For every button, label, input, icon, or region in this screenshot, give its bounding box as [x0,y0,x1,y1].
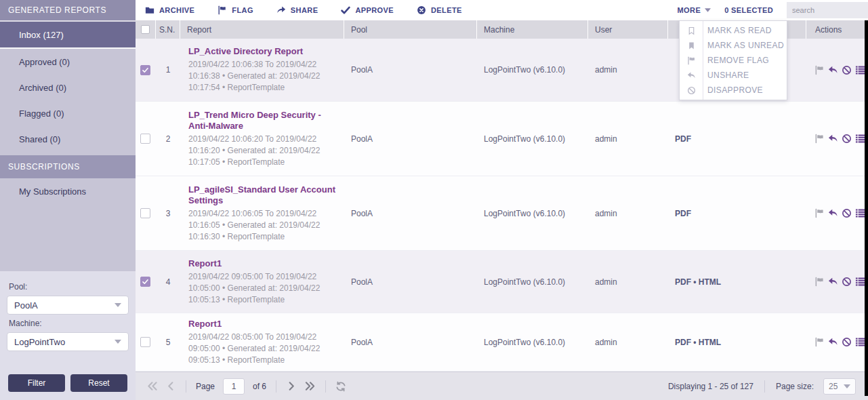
unshare-icon[interactable] [828,208,838,218]
subscriptions-header: SUBSCRIPTIONS [0,155,136,178]
reset-button[interactable]: Reset [70,374,127,392]
flag-icon [218,5,227,15]
machine-filter-label: Machine: [9,319,129,328]
unshare-icon[interactable] [828,65,838,75]
disapprove-icon[interactable] [842,65,852,75]
first-page-icon[interactable] [146,381,158,391]
generated-reports-header: GENERATED REPORTS [0,0,136,20]
machine-select[interactable]: LogPointTwo [7,332,129,351]
pool-select[interactable]: PoolA [7,296,129,315]
pagination-bar: Page of 6 Displaying 1 - 25 of 127 Page … [136,372,868,400]
table-row[interactable]: 4 Report1 2019/04/22 09:05:00 To 2019/04… [136,251,865,313]
cell-sn: 5 [156,313,180,371]
column-header-sn: S.N. [156,20,180,39]
sidebar: GENERATED REPORTS Inbox (127) Approved (… [0,0,136,400]
menu-item-disapprove[interactable]: DISAPPROVE [680,83,787,98]
report-title-link[interactable]: Report1 [188,258,222,269]
sidebar-item-my-subscriptions[interactable]: My Subscriptions [0,178,136,204]
list-icon[interactable] [855,65,865,75]
column-header-report: Report [180,20,344,39]
list-icon[interactable] [855,134,865,144]
displaying-text: Displaying 1 - 25 of 127 [668,382,753,391]
filter-button[interactable]: Filter [8,374,65,392]
row-checkbox[interactable] [140,208,150,218]
flag-icon[interactable] [814,337,825,347]
refresh-icon[interactable] [335,381,346,392]
search-input[interactable] [787,2,868,18]
row-checkbox[interactable] [140,277,150,287]
cell-formats: PDF • HTML [668,313,806,371]
page-size-select[interactable]: 25 [823,378,856,395]
folder-icon [145,5,154,15]
report-title-link[interactable]: LP_Trend Micro Deep Security - Anti-Malw… [188,110,339,132]
share-button[interactable]: SHARE [276,5,318,15]
report-title-link[interactable]: LP_agileSI_Standard User Account Setting… [188,184,339,206]
cell-actions [806,251,865,313]
list-icon[interactable] [855,337,865,347]
flag-icon[interactable] [814,208,825,218]
approve-button[interactable]: APPROVE [341,5,394,15]
last-page-icon[interactable] [304,381,316,391]
disapprove-icon[interactable] [842,208,852,218]
share-arrow-icon [276,5,286,15]
cell-machine: LogPointTwo (v6.10.0) [477,39,588,101]
flag-icon[interactable] [814,65,825,75]
cell-report: Report1 2019/04/22 09:05:00 To 2019/04/2… [180,251,344,313]
report-title-link[interactable]: LP_Active Directory Report [188,46,303,57]
report-title-link[interactable]: Report1 [188,319,222,329]
cell-pool: PoolA [344,313,477,371]
menu-item-mark-as-read[interactable]: MARK AS READ [680,23,787,38]
report-details: 2019/04/22 10:06:38 To 2019/04/22 10:16:… [188,59,332,94]
table-row[interactable]: 5 Report1 2019/04/22 08:05:00 To 2019/04… [136,313,865,372]
prev-page-icon[interactable] [166,381,176,391]
cell-report: LP_Active Directory Report 2019/04/22 10… [180,39,344,101]
filter-panel: Pool: PoolA Machine: LogPointTwo Filter … [0,271,136,400]
unshare-icon[interactable] [828,134,838,144]
cell-actions [806,176,865,250]
cell-actions [806,102,865,176]
table-row[interactable]: 3 LP_agileSI_Standard User Account Setti… [136,176,865,251]
flag-icon [686,56,697,65]
disapprove-icon[interactable] [842,337,852,347]
cell-report: Report1 2019/04/22 08:05:00 To 2019/04/2… [180,313,344,371]
archive-button[interactable]: ARCHIVE [145,5,194,15]
page-size-label: Page size: [776,382,814,391]
menu-item-unshare[interactable]: UNSHARE [680,68,787,83]
cell-sn: 1 [156,39,180,101]
flag-icon[interactable] [814,277,825,287]
page-number-input[interactable] [223,378,245,395]
menu-item-remove-flag[interactable]: REMOVE FLAG [680,53,787,68]
column-header-user: User [588,20,668,39]
disapprove-icon[interactable] [842,277,852,287]
row-checkbox[interactable] [140,134,150,144]
select-all-checkbox[interactable] [141,25,150,34]
cell-machine: LogPointTwo (v6.10.0) [477,102,588,176]
main-content: ARCHIVE FLAG SHARE APPROVE DELETE MORE [136,0,868,400]
disapprove-icon[interactable] [842,134,852,144]
list-icon[interactable] [855,277,865,287]
reply-arrow-icon [686,71,697,80]
unshare-icon[interactable] [828,277,838,287]
row-checkbox[interactable] [140,65,150,75]
sidebar-item-archived[interactable]: Archived (0) [0,75,136,100]
next-page-icon[interactable] [286,381,296,391]
page-label: Page [196,382,215,391]
more-button[interactable]: MORE [678,6,711,14]
cell-sn: 4 [156,251,180,313]
cell-pool: PoolA [344,176,477,250]
flag-button[interactable]: FLAG [218,5,253,15]
menu-item-mark-as-unread[interactable]: MARK AS UNREAD [680,38,787,53]
chevron-down-icon [705,8,711,12]
delete-button[interactable]: DELETE [417,5,462,15]
sidebar-item-shared[interactable]: Shared (0) [0,126,136,152]
unshare-icon[interactable] [828,337,838,347]
table-row[interactable]: 2 LP_Trend Micro Deep Security - Anti-Ma… [136,102,865,176]
list-icon[interactable] [855,208,865,218]
cell-pool: PoolA [344,251,477,313]
row-checkbox[interactable] [140,337,150,347]
flag-icon[interactable] [814,134,825,144]
sidebar-item-flagged[interactable]: Flagged (0) [0,100,136,126]
cell-machine: LogPointTwo (v6.10.0) [477,313,588,371]
sidebar-item-inbox[interactable]: Inbox (127) [0,20,136,49]
sidebar-item-approved[interactable]: Approved (0) [0,49,136,75]
